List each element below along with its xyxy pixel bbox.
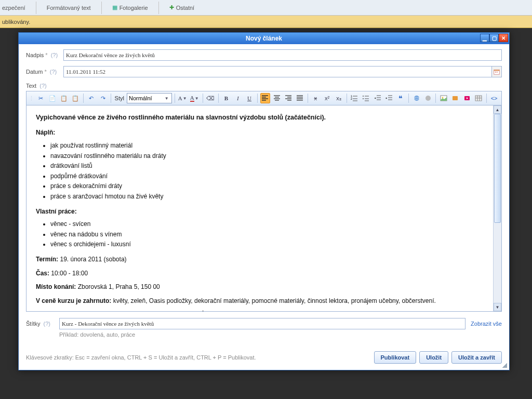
svg-point-12 xyxy=(442,97,444,99)
superscript-icon[interactable]: x² xyxy=(322,93,332,103)
titlebar[interactable]: Nový článek ▁ ▢ ✕ xyxy=(19,33,509,44)
ribbon-item[interactable]: Formátovaný text xyxy=(47,5,91,11)
indent-icon[interactable] xyxy=(384,93,394,103)
save-button[interactable]: Uložit xyxy=(419,351,448,364)
cut-icon[interactable]: ✂ xyxy=(36,93,46,103)
svg-rect-1 xyxy=(494,70,500,71)
shortcut-hint: Klávesové zkratky: Esc = zavření okna, C… xyxy=(26,354,371,361)
scroll-thumb[interactable] xyxy=(494,114,501,223)
paste-icon[interactable]: 📋 xyxy=(59,93,69,103)
svg-rect-13 xyxy=(453,96,458,100)
tags-hint: Příklad: dovolená, auto, práce xyxy=(59,331,502,338)
editor-content[interactable]: Vypichované věnce ze živého rostlinného … xyxy=(26,105,493,311)
publish-button[interactable]: Publikovat xyxy=(374,351,417,364)
maximize-button[interactable]: ▢ xyxy=(489,34,499,42)
nadpis-input[interactable] xyxy=(63,49,502,61)
napln-list: jak používat rostlinný materiál navazová… xyxy=(50,141,484,202)
section-vlastni: Vlastní práce: xyxy=(36,207,484,217)
bg-banner: ublikovány. xyxy=(0,16,532,28)
section-napln: Náplň: xyxy=(36,128,484,138)
tags-input[interactable] xyxy=(59,318,466,329)
ribbon-item[interactable]: ▦ Fotogalerie xyxy=(112,4,148,11)
editor-toolbar: ⋮ ✂ 📄 📋 📋 ↶ ↷ Styl Normální▼ A▼ A▼ ⌫ B I xyxy=(26,91,501,105)
svg-text:2: 2 xyxy=(351,97,352,100)
row-misto: Místo konání: Zborovská 1, Praha 5, 150 … xyxy=(36,282,484,292)
datum-input[interactable] xyxy=(63,66,491,77)
subscript-icon[interactable]: x₂ xyxy=(334,93,343,103)
row-termin: Termín: 19. února 2011 (sobota) xyxy=(36,255,484,264)
copy-icon[interactable]: 📄 xyxy=(47,93,57,103)
ribbon-item[interactable]: ✚ Ostatní xyxy=(169,4,194,11)
row-cas: Čas: 10:00 - 18:00 xyxy=(36,269,484,278)
unlink-icon[interactable] xyxy=(423,93,433,103)
paste-special-icon[interactable]: 📋 xyxy=(71,93,81,103)
clear-format-icon[interactable]: ⌫ xyxy=(206,93,216,103)
content-heading: Vypichované věnce ze živého rostlinného … xyxy=(36,113,484,123)
show-all-link[interactable]: Zobrazit vše xyxy=(471,321,502,327)
help-icon[interactable]: (?) xyxy=(51,52,58,58)
align-center-icon[interactable] xyxy=(272,93,282,103)
underline-icon[interactable]: U xyxy=(244,93,254,103)
table-icon[interactable] xyxy=(473,93,483,103)
image-icon[interactable] xyxy=(438,93,448,103)
video-icon[interactable] xyxy=(462,93,472,103)
editor-scrollbar[interactable]: ▲ ▼ xyxy=(493,105,501,311)
row-cena: V ceně kurzu je zahrnuto: květy, zeleň, … xyxy=(36,296,484,306)
redo-icon[interactable]: ↷ xyxy=(98,93,108,103)
italic-icon[interactable]: I xyxy=(233,93,243,103)
outdent-icon[interactable] xyxy=(373,93,382,103)
blockquote-icon[interactable]: ❝ xyxy=(396,93,406,103)
svg-point-7 xyxy=(363,98,364,99)
media-icon[interactable] xyxy=(450,93,460,103)
save-close-button[interactable]: Uložit a zavřít xyxy=(451,351,502,364)
style-label: Styl xyxy=(115,95,124,101)
modal-new-article: Nový článek ▁ ▢ ✕ Nadpis * (?) Datum * (… xyxy=(18,32,510,370)
minimize-button[interactable]: ▁ xyxy=(480,34,489,42)
svg-point-6 xyxy=(363,96,364,97)
fontcolor-icon[interactable]: A▼ xyxy=(190,93,200,103)
label-text: Text (?) xyxy=(26,83,63,89)
ordered-list-icon[interactable]: 12 xyxy=(350,93,360,103)
bg-ribbon: ezpečení Formátovaný text ▦ Fotogalerie … xyxy=(0,0,532,16)
unordered-list-icon[interactable] xyxy=(361,93,371,103)
svg-rect-3 xyxy=(497,72,498,73)
source-icon[interactable]: <> xyxy=(489,93,499,103)
align-left-icon[interactable] xyxy=(260,93,270,103)
label-stitky: Štítky (?) xyxy=(26,321,59,327)
help-icon[interactable]: (?) xyxy=(50,69,57,75)
row-doporuceni: Doporučení: Přepravní obal na odnesení h… xyxy=(36,310,484,311)
vlastni-list: věnec - svícen věnec na nádobu s vínem v… xyxy=(50,219,484,249)
help-icon[interactable]: (?) xyxy=(44,321,50,327)
resize-grip-icon[interactable] xyxy=(501,362,507,368)
calendar-icon[interactable] xyxy=(491,66,502,77)
fontsize-icon[interactable]: A▼ xyxy=(178,93,188,103)
close-button[interactable]: ✕ xyxy=(499,34,508,42)
rich-text-editor: ⋮ ✂ 📄 📋 📋 ↶ ↷ Styl Normální▼ A▼ A▼ ⌫ B I xyxy=(26,91,502,312)
svg-rect-2 xyxy=(495,72,496,73)
align-justify-icon[interactable] xyxy=(295,93,304,103)
align-right-icon[interactable] xyxy=(283,93,293,103)
bold-icon[interactable]: B xyxy=(221,93,231,103)
help-icon[interactable]: (?) xyxy=(39,83,46,89)
label-datum: Datum * (?) xyxy=(26,69,63,75)
scroll-down-icon[interactable]: ▼ xyxy=(494,303,501,311)
format-select[interactable]: Normální▼ xyxy=(127,93,172,103)
scroll-up-icon[interactable]: ▲ xyxy=(494,105,501,114)
svg-point-8 xyxy=(414,96,419,101)
ribbon-item[interactable]: ezpečení xyxy=(2,5,25,11)
link-icon[interactable] xyxy=(411,93,421,103)
svg-rect-15 xyxy=(475,96,482,101)
label-nadpis: Nadpis * (?) xyxy=(26,52,63,58)
modal-title: Nový článek xyxy=(246,35,282,42)
strike-icon[interactable]: x xyxy=(311,93,321,103)
svg-point-10 xyxy=(425,96,431,101)
undo-icon[interactable]: ↶ xyxy=(86,93,96,103)
